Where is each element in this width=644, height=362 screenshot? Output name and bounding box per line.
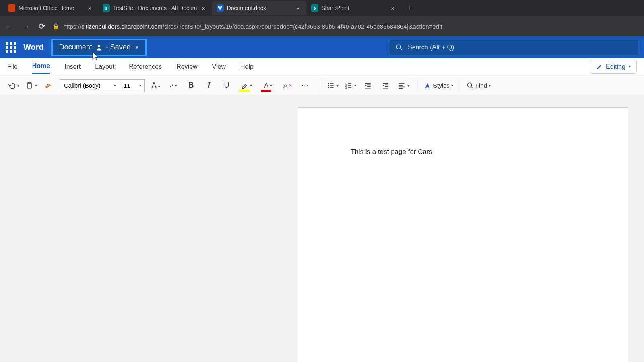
more-options-button[interactable]: ··· — [299, 79, 312, 93]
highlight-button[interactable]: ▾ — [237, 79, 255, 93]
svg-rect-19 — [367, 86, 370, 87]
close-tab-icon[interactable]: × — [87, 5, 93, 12]
bold-button[interactable]: B — [184, 79, 198, 93]
pen-icon — [596, 64, 603, 70]
browser-tab[interactable]: s TestSite - Documents - All Docum × — [98, 1, 212, 15]
svg-marker-21 — [365, 84, 366, 86]
tab-title: SharePoint — [322, 5, 386, 11]
find-label: Find — [475, 82, 487, 89]
grow-font-button[interactable]: A▴ — [149, 79, 163, 93]
svg-rect-12 — [348, 83, 351, 84]
font-name-dropdown[interactable]: Calibri (Body) ▾ — [60, 82, 120, 89]
decrease-indent-button[interactable] — [361, 79, 375, 93]
tab-references[interactable]: References — [129, 60, 162, 74]
separator — [417, 80, 417, 92]
chevron-down-icon: ▾ — [136, 44, 138, 50]
tab-title: Document.docx — [227, 5, 292, 11]
numbering-button[interactable]: 123 ▾ — [343, 79, 357, 93]
close-tab-icon[interactable]: × — [295, 5, 301, 12]
svg-rect-23 — [385, 84, 388, 85]
svg-line-2 — [400, 48, 402, 50]
underline-button[interactable]: U — [220, 79, 233, 93]
align-button[interactable]: ▾ — [396, 79, 410, 93]
editing-mode-button[interactable]: Editing ▾ — [590, 60, 637, 74]
clear-formatting-button[interactable]: A✕ — [281, 79, 295, 93]
chevron-down-icon: ▾ — [114, 83, 116, 88]
tab-file[interactable]: File — [7, 60, 18, 74]
svg-rect-25 — [383, 88, 388, 88]
close-tab-icon[interactable]: × — [390, 5, 396, 12]
styles-button[interactable]: Styles ▾ — [423, 79, 453, 93]
svg-point-31 — [467, 83, 472, 87]
favicon: W — [217, 4, 224, 12]
chevron-down-icon: ▾ — [139, 83, 141, 88]
browser-tab[interactable]: s SharePoint × — [306, 1, 401, 15]
svg-marker-26 — [383, 84, 384, 86]
svg-rect-14 — [348, 85, 351, 86]
browser-tab-active[interactable]: W Document.docx × — [212, 1, 306, 15]
svg-text:3: 3 — [345, 86, 347, 89]
person-icon — [95, 44, 103, 51]
document-canvas[interactable]: This is a test page for Cars — [0, 96, 644, 362]
separator — [460, 80, 460, 92]
svg-rect-29 — [399, 86, 404, 87]
svg-point-5 — [328, 83, 329, 84]
browser-address-bar: ← → ⟳ 🔒 https://citizenbuilders.sharepoi… — [0, 16, 644, 36]
chevron-down-icon: ▾ — [489, 83, 491, 88]
text-cursor — [433, 148, 433, 156]
url-host: citizenbuilders.sharepoint.com — [81, 23, 163, 30]
chevron-down-icon: ▾ — [250, 83, 252, 88]
tab-review[interactable]: Review — [176, 60, 197, 74]
url-field[interactable]: 🔒 https://citizenbuilders.sharepoint.com… — [52, 23, 640, 30]
format-painter-button[interactable] — [42, 79, 56, 93]
svg-rect-30 — [399, 88, 402, 89]
chevron-down-icon: ▾ — [17, 83, 19, 88]
browser-tab-strip: Microsoft Office Home × s TestSite - Doc… — [0, 0, 644, 16]
close-tab-icon[interactable]: × — [200, 5, 207, 12]
document-title-button[interactable]: Document - Saved ▾ — [51, 39, 147, 56]
bullets-button[interactable]: ▾ — [326, 79, 339, 93]
chevron-down-icon: ▾ — [451, 83, 453, 88]
editing-label: Editing — [606, 63, 625, 70]
svg-rect-20 — [365, 88, 370, 88]
document-body-text[interactable]: This is a test page for Cars — [351, 148, 432, 156]
favicon: s — [311, 4, 318, 12]
svg-rect-28 — [399, 85, 402, 86]
find-button[interactable]: Find ▾ — [466, 79, 491, 93]
browser-tab[interactable]: Microsoft Office Home × — [3, 1, 98, 15]
document-page[interactable]: This is a test page for Cars — [298, 107, 628, 362]
forward-button[interactable]: → — [20, 21, 31, 32]
tab-layout[interactable]: Layout — [95, 60, 114, 74]
tab-view[interactable]: View — [212, 60, 226, 74]
font-color-button[interactable]: A▾ — [259, 79, 277, 93]
chevron-down-icon: ▾ — [35, 83, 37, 88]
svg-rect-16 — [348, 87, 351, 88]
ribbon-tabs: File Home Insert Layout References Revie… — [0, 58, 644, 75]
tab-insert[interactable]: Insert — [64, 60, 80, 74]
new-tab-button[interactable]: + — [403, 2, 415, 14]
reload-button[interactable]: ⟳ — [36, 21, 47, 32]
search-box[interactable]: Search (Alt + Q) — [389, 40, 638, 55]
svg-rect-22 — [383, 83, 388, 84]
waffle-icon[interactable] — [6, 42, 16, 53]
favicon: s — [103, 4, 110, 12]
shrink-font-button[interactable]: A▾ — [167, 79, 180, 93]
tab-title: Microsoft Office Home — [19, 5, 83, 11]
font-size-dropdown[interactable]: 11 ▾ — [120, 82, 144, 89]
chevron-down-icon: ▾ — [354, 83, 356, 88]
font-selector[interactable]: Calibri (Body) ▾ 11 ▾ — [60, 79, 145, 92]
italic-button[interactable]: I — [202, 79, 216, 93]
ribbon-toolbar: ▾ ▾ Calibri (Body) ▾ 11 ▾ A▴ A▾ B I U ▾ … — [0, 75, 644, 96]
increase-indent-button[interactable] — [379, 79, 392, 93]
tab-help[interactable]: Help — [240, 60, 254, 74]
tab-home[interactable]: Home — [32, 59, 50, 74]
svg-rect-24 — [385, 86, 388, 87]
lock-icon: 🔒 — [52, 23, 59, 29]
word-header: Word Document - Saved ▾ Search (Alt + Q) — [0, 36, 644, 58]
chevron-down-icon: ▾ — [270, 83, 272, 88]
undo-button[interactable]: ▾ — [6, 79, 20, 93]
back-button[interactable]: ← — [4, 21, 15, 32]
search-placeholder: Search (Alt + Q) — [408, 44, 454, 51]
paste-button[interactable]: ▾ — [24, 79, 38, 93]
svg-point-9 — [328, 87, 329, 88]
